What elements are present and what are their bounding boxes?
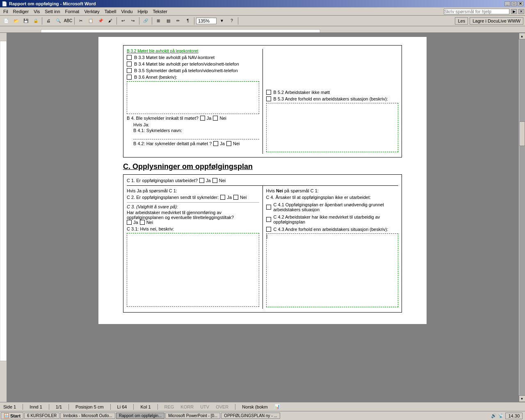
b34-checkbox[interactable] xyxy=(127,62,132,66)
copy-button[interactable]: 📋 xyxy=(86,16,95,25)
hyperlink-button[interactable]: 🔗 xyxy=(141,16,150,25)
b52-item: B 5.2 Arbeidstaker ikke møtt xyxy=(266,90,399,95)
status-reg: REG xyxy=(164,404,174,409)
new-doc-button[interactable]: 📄 xyxy=(2,16,11,25)
les-button[interactable]: Les xyxy=(455,17,468,25)
c2-ja-label: Ja xyxy=(227,195,232,200)
b4-ja-label: Ja xyxy=(207,116,212,121)
spell-button[interactable]: ABC xyxy=(64,16,73,25)
zoom-dropdown[interactable]: ▼ xyxy=(217,16,226,25)
b33-checkbox[interactable] xyxy=(127,55,132,60)
status-utv: UTV xyxy=(200,404,209,409)
c43-checkbox[interactable] xyxy=(266,227,271,232)
right-scrollbar: ▲ ▼ xyxy=(518,33,525,402)
close-button[interactable]: ✕ xyxy=(518,1,523,6)
status-sep-5 xyxy=(133,404,134,410)
c2-ja-checkbox[interactable] xyxy=(220,195,225,200)
help-button[interactable]: ? xyxy=(227,16,236,25)
preview-button[interactable]: 🔍 xyxy=(54,16,63,25)
b42-nei-checkbox[interactable] xyxy=(226,141,231,146)
table-button[interactable]: ⊞ xyxy=(154,16,163,25)
columns-button[interactable]: ▤ xyxy=(164,16,173,25)
scroll-up-button[interactable]: ▲ xyxy=(519,33,525,39)
scrollbar-thumb[interactable] xyxy=(519,121,525,146)
svg-rect-3 xyxy=(0,41,7,361)
b41-row: B 4.1: Sykmelders navn: xyxy=(133,128,259,133)
b52-checkbox[interactable] xyxy=(266,90,271,95)
taskbar-item-4[interactable]: OPPFØLGINGSPLAN ny - ... xyxy=(221,413,280,419)
menu-format[interactable]: Format xyxy=(63,8,82,15)
menu-hjelp[interactable]: Hjelp xyxy=(135,8,150,15)
menu-tabell[interactable]: Tabell xyxy=(102,8,119,15)
show-para-button[interactable]: ¶ xyxy=(183,16,192,25)
start-button[interactable]: 🪟 Start xyxy=(1,412,23,419)
b42-row: B 4.2: Har sykmelder deltatt på møtet ? … xyxy=(133,141,259,146)
section-b-box: B 3.2 Møtet ble avholdt på legekontoret … xyxy=(123,45,402,158)
b4-nei-checkbox[interactable] xyxy=(213,116,218,121)
redo-button[interactable]: ↪ xyxy=(128,16,137,25)
c41-checkbox[interactable] xyxy=(266,205,271,210)
b35-checkbox[interactable] xyxy=(127,68,132,73)
scroll-down-button[interactable]: ▼ xyxy=(519,395,525,402)
menu-verktoy[interactable]: Verktøy xyxy=(82,8,102,15)
b53-text-area[interactable] xyxy=(266,103,399,152)
c3-text-area[interactable] xyxy=(127,233,259,307)
c2-nei-label: Nei xyxy=(240,195,247,200)
c4-label: C 4. Årsaker til at oppfølgingsplan ikke… xyxy=(266,195,399,200)
c1-nei-checkbox[interactable] xyxy=(212,178,217,183)
scroll-area[interactable]: B 3.2 Møtet ble avholdt på legekontoret … xyxy=(7,33,518,402)
c1-ja-checkbox[interactable] xyxy=(199,178,204,183)
status-bar: Side 1 Innd 1 1/1 Posisjon 5 cm Li 64 Ko… xyxy=(0,402,525,411)
menu-rediger[interactable]: Rediger xyxy=(11,8,32,15)
help-close-button[interactable]: ✕ xyxy=(518,9,524,14)
b32-partial: B 3.2 Møtet ble avholdt på legekontoret xyxy=(127,49,259,53)
b53-checkbox[interactable] xyxy=(266,96,271,101)
lagre-button[interactable]: Lagre i DocuLive WWW xyxy=(470,17,523,25)
toolbar-separator-1 xyxy=(42,17,42,25)
c3-optional-label: C 3. (Valgfritt å svare på): xyxy=(127,204,259,209)
taskbar-item-0[interactable]: 6 KURSFOILER xyxy=(24,413,59,419)
help-arrow-button[interactable]: ▶ xyxy=(511,9,517,14)
menu-fil[interactable]: Fil xyxy=(1,8,11,15)
b4-ja-checkbox[interactable] xyxy=(200,116,205,121)
taskbar-item-2[interactable]: Rapport om oppfølgin... xyxy=(116,413,165,419)
c3-ja-checkbox[interactable] xyxy=(127,220,132,225)
toolbar-separator-2 xyxy=(74,17,75,25)
save-button[interactable]: 💾 xyxy=(21,16,30,25)
scrollbar-track[interactable] xyxy=(519,39,525,395)
menu-tekster[interactable]: Tekster xyxy=(150,8,169,15)
permission-button[interactable]: 🔒 xyxy=(31,16,40,25)
c31-label: C 3.1: Hvis nei, beskriv: xyxy=(127,226,259,231)
cut-button[interactable]: ✂ xyxy=(76,16,85,25)
window-controls: _ □ ✕ xyxy=(504,1,523,6)
menu-vindu[interactable]: Vindu xyxy=(119,8,135,15)
b36-checkbox[interactable] xyxy=(127,75,132,80)
paste-button[interactable]: 📌 xyxy=(96,16,105,25)
undo-button[interactable]: ↩ xyxy=(119,16,128,25)
help-search-input[interactable] xyxy=(444,9,509,14)
c42-checkbox[interactable] xyxy=(266,217,271,222)
print-button[interactable]: 🖨 xyxy=(44,16,53,25)
c3-text: Har arbeidstaker medvirket til gjennomfø… xyxy=(127,210,259,220)
b42-ja-checkbox[interactable] xyxy=(213,141,218,146)
b36-text-area[interactable] xyxy=(127,81,259,114)
taskbar-item-3[interactable]: Microsoft PowerPoint - [0... xyxy=(165,413,220,419)
b41-field[interactable] xyxy=(133,134,259,139)
menu-sett-inn[interactable]: Sett inn xyxy=(42,8,62,15)
ruler-svg xyxy=(0,26,525,33)
maximize-button[interactable]: □ xyxy=(511,1,517,6)
taskbar-item-1[interactable]: Innboks - Microsoft Outlo... xyxy=(60,413,115,419)
b4-hvis-ja-text: Hvis Ja: xyxy=(133,122,259,127)
menu-vis[interactable]: Vis xyxy=(31,8,42,15)
minimize-button[interactable]: _ xyxy=(504,1,510,6)
tray-icons: 🔊 📡 xyxy=(491,413,504,418)
drawing-button[interactable]: ✏ xyxy=(173,16,183,25)
open-button[interactable]: 📂 xyxy=(11,16,21,25)
format-painter-button[interactable]: 🖌 xyxy=(106,16,115,25)
c3-nei-checkbox[interactable] xyxy=(140,220,145,225)
zoom-select[interactable]: 135% xyxy=(196,18,217,24)
c4-text-area[interactable] xyxy=(266,233,399,307)
toolbar-separator-3 xyxy=(116,17,117,25)
c2-nei-checkbox[interactable] xyxy=(233,195,238,200)
status-sep-3 xyxy=(68,404,69,410)
